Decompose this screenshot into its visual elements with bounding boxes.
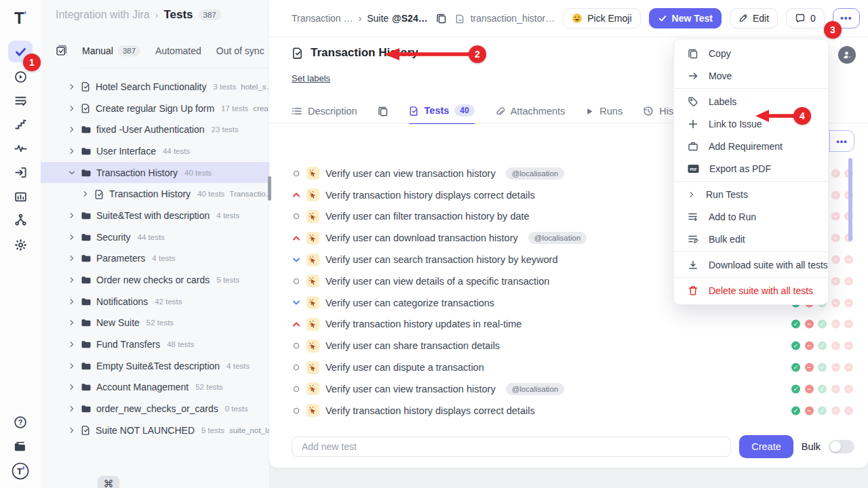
folder-icon bbox=[81, 167, 92, 178]
copy-id-icon[interactable] bbox=[436, 13, 447, 24]
plans-nav-icon[interactable] bbox=[9, 90, 32, 110]
comments-button[interactable]: 0 bbox=[786, 8, 825, 28]
priority-high-icon[interactable] bbox=[292, 235, 300, 241]
set-labels-link[interactable]: Set labels bbox=[292, 73, 330, 83]
pick-emoji-button[interactable]: Pick Emoji bbox=[563, 8, 640, 28]
tree-tab-out-of-sync[interactable]: Out of sync bbox=[216, 45, 264, 56]
suite-tree-item[interactable]: Create regular Sign Up form17 testscrea… bbox=[41, 98, 269, 119]
test-title[interactable]: Verify user can search transaction histo… bbox=[326, 254, 558, 265]
suite-tree-item[interactable]: order_new_checks_or_cards0 tests bbox=[41, 398, 269, 420]
linked-file-name[interactable]: transaction_histor… bbox=[471, 13, 555, 24]
suite-tree-item[interactable]: Suite&Test with description4 tests bbox=[41, 205, 269, 226]
projects-icon[interactable] bbox=[9, 436, 32, 457]
menu-item-move[interactable]: Move bbox=[674, 64, 828, 87]
priority-high-icon[interactable] bbox=[292, 321, 300, 327]
branches-nav-icon[interactable] bbox=[9, 209, 32, 230]
menu-item-bulk-edit[interactable]: Bulk edit bbox=[674, 228, 828, 250]
menu-item-download-suite-with-all-tests[interactable]: Download suite with all tests bbox=[674, 253, 828, 276]
test-row[interactable]: Verify user can share transaction detail… bbox=[292, 335, 853, 357]
test-title[interactable]: Verify user can view transaction history bbox=[326, 168, 496, 179]
menu-item-add-to-run[interactable]: Add to Run bbox=[674, 205, 828, 228]
suite-tree-item[interactable]: Account Management52 tests bbox=[41, 377, 269, 399]
suite-tree-item[interactable]: New Suite52 tests bbox=[41, 312, 269, 334]
suite-tree-item[interactable]: Suite NOT LAUNCHED5 testssuite_not_lau… bbox=[41, 420, 269, 441]
breadcrumb-project[interactable]: Integration with Jira bbox=[56, 9, 150, 21]
priority-none-icon[interactable] bbox=[292, 170, 300, 177]
suite-tree-item[interactable]: Security44 tests bbox=[41, 226, 269, 248]
milestones-nav-icon[interactable] bbox=[9, 114, 32, 134]
keyboard-shortcut-icon[interactable]: ⌘ bbox=[98, 476, 119, 488]
priority-none-icon[interactable] bbox=[292, 213, 300, 220]
priority-none-icon[interactable] bbox=[292, 342, 300, 349]
help-icon[interactable]: ? bbox=[9, 412, 32, 432]
add-test-input[interactable] bbox=[292, 436, 731, 457]
copy-description-icon[interactable] bbox=[378, 106, 389, 117]
tab-attachments[interactable]: Attachments bbox=[495, 99, 566, 123]
test-title[interactable]: Verify user can view details of a specif… bbox=[326, 276, 549, 287]
suite-name: Empty Suite&Test description bbox=[96, 361, 220, 371]
tab-runs[interactable]: Runs bbox=[585, 99, 623, 123]
test-title[interactable]: Verify user can download transaction his… bbox=[326, 232, 518, 243]
priority-none-icon[interactable] bbox=[292, 364, 300, 371]
tree-scrollbar[interactable] bbox=[268, 176, 271, 201]
select-all-icon[interactable] bbox=[56, 45, 67, 56]
settings-nav-icon[interactable] bbox=[9, 235, 32, 255]
new-test-button[interactable]: New Test bbox=[649, 8, 722, 28]
reports-nav-icon[interactable] bbox=[9, 186, 32, 207]
test-title[interactable]: Verify user can categorize transactions bbox=[326, 298, 494, 308]
assignee-avatar[interactable] bbox=[838, 46, 856, 64]
edit-button[interactable]: Edit bbox=[730, 8, 778, 28]
suite-tree-item[interactable]: Transaction History40 tests bbox=[41, 162, 269, 184]
tree-tab-automated[interactable]: Automated bbox=[155, 45, 201, 56]
pulse-nav-icon[interactable] bbox=[9, 138, 32, 158]
suite-tree-item[interactable]: Hotel Search Functionality3 testshotel_s… bbox=[41, 76, 269, 98]
tree-tab-manual[interactable]: Manual387 bbox=[82, 45, 140, 56]
bulk-toggle[interactable] bbox=[829, 440, 854, 453]
suite-tree-item[interactable]: Empty Suite&Test description4 tests bbox=[41, 355, 269, 377]
test-title[interactable]: Verify user can filter transaction histo… bbox=[326, 211, 530, 222]
test-title[interactable]: Verify user can view transaction history bbox=[326, 384, 496, 394]
suite-tree-item[interactable]: fixed -User Authentication23 tests bbox=[41, 119, 269, 140]
priority-low-icon[interactable] bbox=[292, 300, 300, 306]
priority-low-icon[interactable] bbox=[292, 257, 300, 263]
suite-tree-item[interactable]: Parameters4 tests bbox=[41, 248, 269, 270]
test-title[interactable]: Verify transaction history displays corr… bbox=[326, 405, 535, 416]
test-row[interactable]: Verify user can view transaction history… bbox=[292, 378, 853, 400]
priority-high-icon[interactable] bbox=[292, 192, 300, 198]
list-scrollbar[interactable] bbox=[848, 158, 852, 241]
suite-tree-item[interactable]: Fund Transfers48 tests bbox=[41, 333, 269, 355]
folder-icon bbox=[81, 403, 92, 414]
workspace-avatar[interactable]: T bbox=[9, 461, 32, 481]
tab-tests[interactable]: Tests40 bbox=[409, 98, 475, 124]
priority-none-icon[interactable] bbox=[292, 278, 300, 285]
test-title[interactable]: Verify transaction history displays corr… bbox=[326, 190, 535, 201]
suite-tree-item[interactable]: Transaction History40 testsTransactio… bbox=[41, 183, 269, 205]
menu-item-add-requirement[interactable]: Add Requirement bbox=[674, 135, 828, 157]
app-logo[interactable]: T' bbox=[9, 8, 32, 28]
folder-icon bbox=[81, 253, 92, 264]
menu-item-delete-suite-with-all-tests[interactable]: Delete suite with all tests bbox=[674, 279, 828, 302]
tab-description[interactable]: Description bbox=[292, 99, 357, 123]
menu-item-copy[interactable]: Copy bbox=[674, 42, 828, 64]
list-icon bbox=[292, 106, 302, 117]
create-button[interactable]: Create bbox=[739, 435, 793, 458]
test-title[interactable]: Verify user can dispute a transaction bbox=[326, 362, 484, 373]
topbar-breadcrumb-parent[interactable]: Transaction … bbox=[292, 13, 353, 24]
test-row[interactable]: Verify transaction history updates in re… bbox=[292, 314, 853, 336]
priority-none-icon[interactable] bbox=[292, 386, 300, 392]
import-nav-icon[interactable] bbox=[9, 162, 32, 182]
menu-item-run-tests[interactable]: Run Tests bbox=[674, 183, 828, 205]
menu-item-export-as-pdf[interactable]: PDFExport as PDF bbox=[674, 157, 828, 180]
priority-none-icon[interactable] bbox=[292, 407, 300, 414]
suite-tree-item[interactable]: Notifications42 tests bbox=[41, 291, 269, 312]
test-row[interactable]: Verify transaction history displays corr… bbox=[292, 400, 853, 422]
list-more-dots[interactable]: ••• bbox=[830, 136, 854, 146]
test-title[interactable]: Verify user can share transaction detail… bbox=[326, 340, 500, 351]
suite-tree-item[interactable]: Order new checks or cards5 tests bbox=[41, 269, 269, 291]
test-title[interactable]: Verify transaction history updates in re… bbox=[326, 319, 521, 329]
menu-item-label: Labels bbox=[709, 96, 736, 107]
test-row[interactable]: Verify user can dispute a transaction✓−✓… bbox=[292, 357, 853, 378]
suite-topbar: Transaction … › Suite @S24… transaction_… bbox=[269, 0, 868, 37]
topbar-breadcrumb-suite[interactable]: Suite bbox=[367, 13, 389, 24]
suite-tree-item[interactable]: User Interface44 tests bbox=[41, 140, 269, 162]
